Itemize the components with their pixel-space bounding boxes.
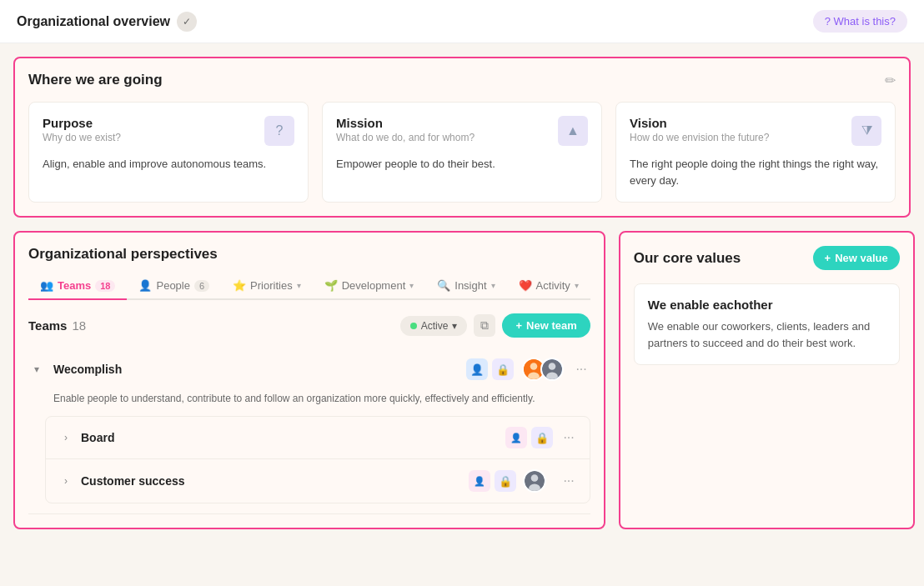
core-values-title: Our core values [634, 250, 741, 267]
svg-point-4 [549, 363, 556, 370]
new-team-label: New team [526, 319, 577, 332]
cs-avatar-icon: 👤 [469, 470, 490, 492]
mission-card: Mission What do we do, and for whom? ▲ E… [322, 102, 602, 203]
insight-tab-label: Insight [454, 279, 486, 292]
mission-subtitle: What do we do, and for whom? [336, 132, 475, 143]
tab-people[interactable]: 👤 People 6 [127, 273, 221, 300]
svg-point-8 [530, 483, 541, 492]
where-we-are-going-section: Where we are going ✏ Purpose Why do we e… [13, 57, 911, 218]
core-values-section: Our core values + New value We enable ea… [619, 231, 915, 529]
vision-title: Vision [630, 116, 769, 130]
wecomplish-avatar-icon: 👤 [466, 358, 488, 380]
tab-priorities[interactable]: ⭐ Priorities ▾ [221, 273, 313, 300]
priorities-tab-icon: ⭐ [233, 279, 246, 292]
avatar-2 [540, 358, 564, 381]
vision-icon: ⧩ [851, 116, 881, 146]
insight-chevron-icon: ▾ [491, 281, 495, 290]
cs-avatars [523, 469, 546, 493]
development-tab-icon: 🌱 [324, 279, 338, 292]
insight-tab-icon: 🔍 [437, 279, 450, 292]
mission-body: Empower people to do their best. [336, 156, 588, 173]
cs-more-button[interactable]: ··· [560, 473, 577, 488]
tab-activity[interactable]: ❤️ Activity ▾ [507, 273, 590, 300]
cs-lock-icon: 🔒 [495, 470, 516, 492]
teams-count: 18 [72, 318, 86, 333]
mission-icon: ▲ [558, 116, 588, 146]
page-title: Organizational overview [17, 14, 170, 29]
teams-header: Teams 18 Active ▾ ⧉ + New team [28, 313, 590, 338]
mission-card-header: Mission What do we do, and for whom? ▲ [336, 116, 588, 146]
value-1-description: We enable our coworkers, clients, leader… [648, 318, 886, 351]
vision-card-header: Vision How do we envision the future? ⧩ [630, 116, 881, 146]
value-1-title: We enable eachother [648, 298, 886, 312]
priorities-tab-label: Priorities [250, 279, 293, 292]
teams-tab-icon: 👥 [40, 279, 53, 292]
header-left: Organizational overview ✓ [17, 12, 197, 32]
wecomplish-more-button[interactable]: ··· [572, 362, 590, 377]
team-wecomplish-row: ▾ Wecomplish 👤 🔒 [28, 348, 590, 391]
sub-team-customer-success: › Customer success 👤 🔒 [46, 459, 590, 503]
customer-success-expand-button[interactable]: › [58, 475, 74, 487]
board-expand-button[interactable]: › [58, 432, 74, 443]
board-icons: 👤 🔒 [505, 427, 553, 448]
cards-row: Purpose Why do we exist? ? Align, enable… [28, 102, 896, 203]
teams-title-group: Teams 18 [28, 318, 86, 333]
vision-subtitle: How do we envision the future? [630, 132, 769, 143]
activity-tab-label: Activity [536, 279, 570, 292]
perspectives-title: Organizational perspectives [28, 246, 590, 263]
people-tab-icon: 👤 [138, 279, 152, 292]
development-tab-label: Development [342, 279, 406, 292]
purpose-title: Purpose [43, 116, 121, 130]
board-lock-icon: 🔒 [531, 427, 553, 448]
development-chevron-icon: ▾ [409, 281, 414, 290]
wecomplish-expand-button[interactable]: ▾ [28, 363, 45, 375]
new-value-label: New value [835, 252, 888, 264]
vision-card: Vision How do we envision the future? ⧩ … [615, 102, 896, 203]
tab-insight[interactable]: 🔍 Insight ▾ [425, 273, 506, 300]
teams-tab-label: Teams [58, 279, 91, 292]
app-header: Organizational overview ✓ ? What is this… [0, 0, 924, 43]
edit-icon[interactable]: ✏ [885, 73, 896, 88]
sub-teams-list: › Board 👤 🔒 ··· › Customer success 👤 [45, 416, 590, 503]
main-content: Where we are going ✏ Purpose Why do we e… [0, 43, 924, 543]
team-wecomplish: ▾ Wecomplish 👤 🔒 [28, 348, 590, 514]
board-more-button[interactable]: ··· [560, 430, 577, 445]
active-filter-label: Active [421, 320, 449, 332]
new-value-plus-icon: + [825, 252, 831, 264]
purpose-card: Purpose Why do we exist? ? Align, enable… [28, 102, 309, 203]
purpose-subtitle: Why do we exist? [43, 132, 121, 143]
new-team-button[interactable]: + New team [502, 313, 590, 338]
tab-teams[interactable]: 👥 Teams 18 [28, 273, 127, 300]
new-team-plus-icon: + [515, 319, 522, 332]
active-filter-button[interactable]: Active ▾ [400, 316, 468, 336]
sub-team-board: › Board 👤 🔒 ··· [46, 417, 590, 459]
vision-body: The right people doing the right things … [630, 156, 881, 188]
cs-avatar-1 [523, 469, 546, 493]
svg-point-2 [529, 372, 540, 380]
value-card-1: We enable eachother We enable our cowork… [634, 283, 900, 365]
people-tab-label: People [156, 279, 189, 292]
check-icon[interactable]: ✓ [177, 12, 197, 32]
tab-development[interactable]: 🌱 Development ▾ [313, 273, 426, 300]
where-section-header: Where we are going ✏ [28, 72, 896, 88]
copy-button[interactable]: ⧉ [474, 314, 495, 337]
new-value-button[interactable]: + New value [813, 246, 900, 270]
teams-controls: Active ▾ ⧉ + New team [400, 313, 590, 338]
activity-tab-icon: ❤️ [519, 279, 532, 292]
purpose-card-header: Purpose Why do we exist? ? [43, 116, 294, 146]
core-values-header: Our core values + New value [634, 246, 900, 270]
svg-point-1 [530, 363, 538, 370]
priorities-chevron-icon: ▾ [297, 281, 301, 290]
purpose-body: Align, enable and improve autonomous tea… [43, 156, 294, 173]
wecomplish-lock-icon: 🔒 [492, 358, 514, 380]
teams-tab-badge: 18 [95, 280, 115, 292]
activity-chevron-icon: ▾ [575, 281, 579, 290]
perspectives-section: Organizational perspectives 👥 Teams 18 👤… [13, 231, 605, 529]
board-avatar-icon: 👤 [505, 427, 527, 448]
wecomplish-avatars [522, 358, 564, 381]
what-is-button[interactable]: ? What is this? [813, 10, 907, 33]
svg-point-7 [531, 474, 539, 482]
mission-title: Mission [336, 116, 475, 130]
svg-point-5 [547, 372, 559, 380]
where-section-title: Where we are going [28, 72, 163, 88]
